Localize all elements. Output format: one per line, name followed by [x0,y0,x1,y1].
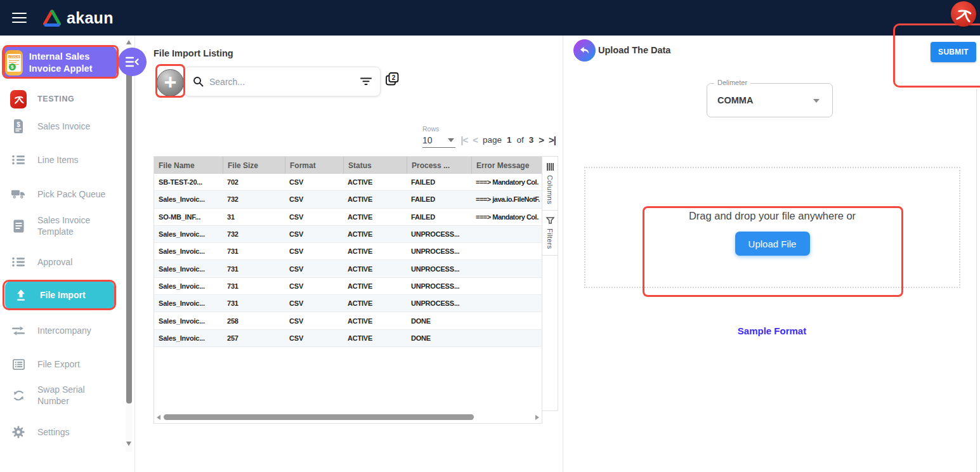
table-cell: SO-MB_INF... [154,209,223,225]
menu-collapse-icon [125,56,140,68]
table-row[interactable]: Sales_Invoic...257CSVACTIVEDONE [154,330,542,347]
first-page-button[interactable]: |< [461,134,467,145]
column-header[interactable]: Status [343,157,407,174]
table-cell: ACTIVE [343,191,407,207]
table-row[interactable]: SO-MB_INF...31CSVACTIVEFAILED===> Mandat… [154,209,542,226]
table-cell: ACTIVE [343,278,407,294]
upload-file-button[interactable]: Upload File [735,232,810,256]
table-cell: UNPROCESS... [407,260,471,277]
column-header[interactable]: Error Message [471,157,542,174]
horizontal-scrollbar[interactable] [154,413,542,421]
sidebar-item-approval[interactable]: Approval [0,252,126,272]
table-cell: 731 [223,295,285,311]
truck-icon [10,189,27,199]
filter-funnel-icon [546,217,554,224]
dropzone-text: Drag and drop your file anywhere or [689,210,856,222]
list-icon [10,257,27,267]
table-cell [471,226,542,242]
table-cell: ACTIVE [343,226,407,242]
search-input[interactable] [209,77,355,87]
sidebar-item-line-items[interactable]: Line Items [0,150,126,169]
sidebar-item-sales-invoice-template[interactable]: Sales Invoice Template [0,214,126,238]
table-cell: 732 [223,191,285,207]
sidebar: INVOICE $ Internal Sales Invoice Applet … [0,36,134,472]
rows-label: Rows [422,125,439,133]
table-row[interactable]: SB-TEST-20...702CSVACTIVEFAILED===> Mand… [154,174,542,191]
collapse-sidebar-button[interactable] [118,48,147,76]
sidebar-item-sales-invoice[interactable]: $ Sales Invoice [0,117,126,136]
last-page-button[interactable]: >| [549,134,556,145]
duplicate-view-button[interactable]: 2 [385,72,400,89]
sidebar-item-testing[interactable]: TESTING [0,89,126,108]
user-avatar[interactable] [951,1,976,27]
table-cell: ACTIVE [343,295,407,311]
columns-tab[interactable]: Columns [542,157,558,211]
table-cell: FAILED [407,209,471,225]
search-icon [193,76,204,87]
sidebar-scrollbar[interactable] [126,37,132,452]
table-cell: CSV [285,295,343,311]
table-cell: CSV [285,330,343,346]
sidebar-item-pick-pack-queue[interactable]: Pick Pack Queue [0,185,126,204]
page-word: page [483,135,502,145]
sidebar-item-settings[interactable]: Settings [0,423,126,442]
table-row[interactable]: Sales_Invoic...258CSVACTIVEDONE [154,312,542,329]
table-cell: Sales_Invoic... [154,191,223,207]
sidebar-item-intercompany[interactable]: Intercompany [0,321,126,340]
akaun-triangle-icon [41,8,63,28]
submit-button[interactable]: SUBMIT [931,42,976,62]
sidebar-item-swap-serial-number[interactable]: Swap Serial Number [0,383,126,407]
scroll-left-arrow[interactable] [157,415,160,420]
column-header[interactable]: File Size [223,157,285,174]
grid-side-tabs: Columns Filters [542,156,558,411]
refresh-icon [10,390,27,402]
sidebar-item-file-export[interactable]: File Export [0,355,126,374]
filter-icon[interactable] [360,77,372,86]
listing-title: File Import Listing [154,48,233,58]
table-cell: 731 [223,260,285,277]
table-row[interactable]: Sales_Invoic...732CSVACTIVEUNPROCESS... [154,226,542,243]
add-button[interactable]: + [157,69,184,96]
hscrollbar-thumb[interactable] [164,414,474,420]
topbar: akaun [0,0,980,36]
sidebar-item-file-import[interactable]: File Import [5,281,114,310]
table-row[interactable]: Sales_Invoic...731CSVACTIVEUNPROCESS... [154,260,542,277]
back-button[interactable] [573,39,596,62]
table-cell: ACTIVE [343,312,407,329]
scroll-down-arrow[interactable] [126,442,131,446]
table-cell: Sales_Invoic... [154,226,223,242]
akaun-mark-icon [953,4,974,25]
table-cell: ACTIVE [343,174,407,190]
filters-tab[interactable]: Filters [542,211,558,256]
table-cell: 702 [223,174,285,190]
table-cell: UNPROCESS... [407,278,471,294]
table-row[interactable]: Sales_Invoic...732CSVACTIVEFAILED===> ja… [154,191,542,208]
table-row[interactable]: Sales_Invoic...731CSVACTIVEUNPROCESS... [154,243,542,260]
column-header[interactable]: File Name [154,157,223,174]
scroll-up-arrow[interactable] [126,40,131,44]
current-page: 1 [507,135,512,145]
applet-header[interactable]: INVOICE $ Internal Sales Invoice Applet [2,46,117,79]
of-word: of [516,135,523,145]
sample-format-link[interactable]: Sample Format [563,325,980,336]
scroll-right-arrow[interactable] [535,415,539,420]
column-header[interactable]: Process ... [407,157,471,174]
table-row[interactable]: Sales_Invoic...731CSVACTIVEUNPROCESS... [154,295,542,312]
table-cell: CSV [285,191,343,207]
file-import-table: File Name File Size Format Status Proces… [154,156,542,424]
table-row[interactable]: Sales_Invoic...731CSVACTIVEUNPROCESS... [154,278,542,295]
svg-text:$: $ [16,121,20,128]
table-cell: CSV [285,226,343,242]
table-cell: Sales_Invoic... [154,243,223,259]
applet-label: Internal Sales Invoice Applet [29,51,117,74]
table-cell: Sales_Invoic... [154,278,223,294]
prev-page-button[interactable]: < [473,134,478,145]
column-header[interactable]: Format [285,157,343,174]
hamburger-menu-icon[interactable] [12,13,27,23]
table-cell: FAILED [407,191,471,207]
next-page-button[interactable]: > [539,134,544,145]
file-dropzone[interactable]: Drag and drop your file anywhere or Uplo… [584,167,960,288]
delimiter-select[interactable]: Delimeter COMMA [707,83,833,117]
scrollbar-thumb[interactable] [126,48,132,403]
table-cell: 31 [223,209,285,225]
